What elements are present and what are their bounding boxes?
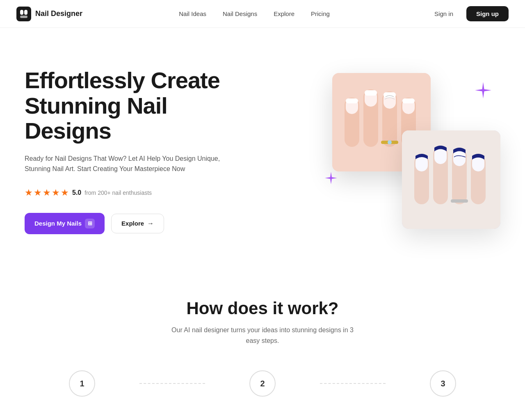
hero-title: Effortlessly Create Stunning Nail Design… [25,68,238,144]
rating-score: 5.0 [72,189,81,196]
svg-rect-12 [365,90,377,96]
svg-rect-0 [16,7,31,21]
how-it-works-section: How does it work? Our AI nail designer t… [0,266,525,420]
hero-images [320,73,500,229]
star-3: ★ [43,187,51,198]
nav-explore[interactable]: Explore [267,7,301,21]
step-1: 1 [25,370,139,397]
hero-section: Effortlessly Create Stunning Nail Design… [0,28,525,266]
svg-rect-24 [415,156,428,171]
step-1-number: 1 [80,379,84,388]
step-2-circle: 2 [249,370,276,397]
hero-buttons: Design My Nails ⊞ Explore → [25,213,238,234]
svg-rect-3 [20,16,27,18]
logo-link[interactable]: Nail Designer [16,7,82,21]
nav-pricing[interactable]: Pricing [304,7,336,21]
nav-links: Nail Ideas Nail Designs Explore Pricing [172,7,336,21]
svg-point-18 [388,140,392,144]
star-1: ★ [25,187,33,198]
rating-review-text: from 200+ nail enthusiasts [84,189,152,196]
hero-rating: ★ ★ ★ ★ ★ 5.0 from 200+ nail enthusiasts [25,187,238,198]
svg-rect-1 [20,10,23,15]
step-2: 2 [205,370,320,397]
nav-nail-designs[interactable]: Nail Designs [216,7,264,21]
step-connector-1 [139,383,205,384]
steps-row: 1 2 3 [25,370,500,397]
how-it-works-subtitle: Our AI nail designer turns your ideas in… [168,325,357,346]
step-3: 3 [386,370,500,397]
nav-nail-ideas[interactable]: Nail Ideas [172,7,213,21]
signin-button[interactable]: Sign in [426,7,461,21]
navbar: Nail Designer Nail Ideas Nail Designs Ex… [0,0,525,28]
logo-icon [16,7,31,21]
step-3-circle: 3 [430,370,456,397]
sparkle-icon-bottom [324,171,338,188]
step-3-number: 3 [441,379,445,388]
hero-subtitle: Ready for Nail Designs That Wow? Let AI … [25,153,221,174]
explore-button-label: Explore [121,220,144,227]
explore-button[interactable]: Explore → [111,214,164,233]
navbar-actions: Sign in Sign up [426,6,509,21]
star-2: ★ [34,187,42,198]
svg-rect-10 [346,98,358,103]
hero-content: Effortlessly Create Stunning Nail Design… [25,68,238,234]
svg-rect-16 [402,98,415,103]
star-rating: ★ ★ ★ ★ ★ [25,187,69,198]
design-my-nails-button[interactable]: Design My Nails ⊞ [25,213,105,234]
step-1-circle: 1 [69,370,95,397]
star-5: ★ [61,187,69,198]
how-it-works-title: How does it work? [25,299,500,318]
svg-rect-28 [451,199,468,203]
sparkle-icon-top [474,81,492,103]
design-button-label: Design My Nails [34,220,82,227]
step-2-number: 2 [260,379,265,388]
step-connector-2 [320,383,386,384]
svg-rect-2 [24,10,27,15]
explore-arrow-icon: → [147,220,154,227]
nail-image-card-2 [402,130,500,229]
svg-rect-14 [383,92,396,98]
design-button-icon: ⊞ [85,219,95,228]
signup-button[interactable]: Sign up [466,6,509,21]
logo-text: Nail Designer [35,9,82,18]
star-4: ★ [52,187,60,198]
